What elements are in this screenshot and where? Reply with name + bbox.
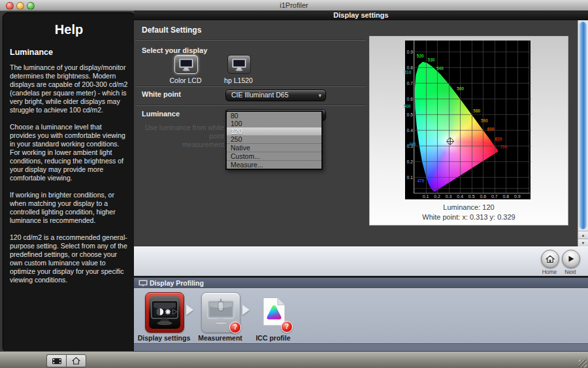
page-title: Display settings bbox=[134, 10, 588, 20]
wavelength-label: 490 bbox=[409, 142, 416, 146]
x-tick: 0.3 bbox=[446, 194, 452, 199]
white-point-marker bbox=[447, 138, 453, 144]
step-label-icc-profile: ICC profile bbox=[255, 334, 290, 342]
luminance-label: Luminance bbox=[142, 110, 180, 118]
x-tick: 0.8 bbox=[502, 194, 509, 199]
step-label-measurement: Measurement bbox=[198, 334, 242, 342]
divider bbox=[135, 105, 366, 106]
chevron-down-icon: ▾ bbox=[318, 91, 321, 101]
wavelength-label: 470 bbox=[417, 178, 424, 183]
workflow-step-icc-profile[interactable]: ? bbox=[255, 292, 291, 331]
hint-line: measurement bbox=[182, 141, 224, 148]
nav-bar: Home Next bbox=[134, 246, 588, 276]
menu-item-native[interactable]: Native bbox=[227, 144, 321, 152]
window-title: i1Profiler bbox=[0, 1, 588, 9]
default-settings-heading: Default Settings bbox=[142, 25, 201, 35]
step-label-display-settings: Display settings bbox=[138, 334, 191, 342]
status-bar bbox=[0, 351, 588, 368]
home-icon bbox=[72, 357, 80, 365]
menu-item-100[interactable]: 100 bbox=[227, 120, 321, 127]
y-tick: 0.1 bbox=[406, 175, 413, 180]
monitor-icon bbox=[178, 58, 194, 71]
plot-grid bbox=[414, 41, 531, 193]
view-toggle-group bbox=[46, 354, 86, 367]
next-button[interactable] bbox=[562, 250, 580, 268]
workflow-step-display-settings[interactable] bbox=[145, 292, 184, 333]
step-arrow-icon bbox=[242, 305, 250, 315]
menu-item-120[interactable]: 120 bbox=[227, 127, 321, 135]
x-tick: 0.5 bbox=[468, 194, 475, 199]
x-tick: 0.9 bbox=[514, 194, 521, 199]
menu-item-250[interactable]: 250 bbox=[227, 135, 321, 144]
workflow-header: Display Profiling bbox=[134, 278, 588, 289]
monitor-icon bbox=[139, 280, 148, 287]
workflow-title: Display Profiling bbox=[150, 279, 204, 287]
wavelength-label: 590 bbox=[481, 118, 488, 123]
workflow-step-measurement[interactable]: ? bbox=[201, 292, 240, 333]
home-icon bbox=[546, 255, 555, 263]
display-button-color-lcd[interactable] bbox=[174, 55, 198, 74]
fullscreen-toggle-button[interactable] bbox=[46, 354, 66, 367]
chromaticity-card: 0.9 0.8 0.7 0.6 0.5 0.4 0.3 0.2 0.1 0.1 … bbox=[369, 36, 568, 226]
help-paragraph: Choose a luminance level that provides y… bbox=[10, 123, 128, 182]
white-point-value: CIE Illuminant D65 bbox=[231, 90, 289, 100]
titlebar: i1Profiler bbox=[0, 0, 588, 11]
wavelength-label: 700 bbox=[500, 144, 507, 148]
hint-line: Use luminance from white point bbox=[145, 124, 224, 140]
luminance-menu: 80 100 120 250 Native Custom... Measure.… bbox=[225, 110, 323, 170]
help-paragraph: 120 cd/m2 is a recommended general-purpo… bbox=[10, 233, 128, 284]
fullscreen-icon bbox=[52, 358, 62, 365]
luminance-caption: Luminance: 120 bbox=[369, 203, 568, 211]
x-tick: 0.6 bbox=[480, 194, 486, 199]
help-panel: Help Luminance The luminance of your dis… bbox=[3, 12, 135, 352]
display-name-label: Color LCD bbox=[169, 76, 201, 84]
y-tick: 0.8 bbox=[406, 65, 413, 69]
resize-grip[interactable] bbox=[579, 360, 587, 367]
menu-item-measure[interactable]: Measure... bbox=[227, 161, 321, 169]
chromaticity-plot: 0.9 0.8 0.7 0.6 0.5 0.4 0.3 0.2 0.1 0.1 … bbox=[405, 41, 531, 199]
white-point-caption: White point: x: 0.313 y: 0.329 bbox=[369, 213, 568, 221]
help-title: Help bbox=[3, 22, 135, 37]
y-tick: 0.5 bbox=[406, 112, 413, 117]
wavelength-label: 510 bbox=[404, 69, 412, 74]
wavelength-label: 530 bbox=[428, 58, 435, 62]
home-view-button[interactable] bbox=[66, 354, 86, 367]
question-badge: ? bbox=[281, 321, 293, 333]
menu-item-80[interactable]: 80 bbox=[227, 112, 321, 120]
white-point-dropdown[interactable]: CIE Illuminant D65 ▾ bbox=[225, 90, 326, 101]
wavelength-label: 580 bbox=[473, 109, 480, 113]
help-section-title: Luminance bbox=[10, 48, 128, 57]
divider bbox=[135, 86, 366, 87]
x-tick: 0.1 bbox=[423, 194, 429, 199]
divider bbox=[135, 40, 366, 41]
y-tick: 0.6 bbox=[406, 96, 413, 101]
home-button[interactable] bbox=[541, 250, 559, 268]
select-display-label: Select your display bbox=[142, 46, 207, 54]
next-button-label: Next bbox=[564, 269, 576, 275]
wavelength-label: 520 bbox=[417, 54, 424, 58]
step-arrow-icon bbox=[186, 305, 193, 315]
display-name-label: hp L1520 bbox=[224, 76, 253, 84]
y-tick: 0.9 bbox=[406, 49, 413, 54]
white-point-label: White point bbox=[142, 90, 181, 98]
wavelength-label: 560 bbox=[457, 86, 464, 91]
wavelength-label: 620 bbox=[495, 137, 502, 141]
workflow-steps: ? ? Display settings bbox=[134, 288, 588, 343]
wavelength-label: 600 bbox=[487, 127, 495, 131]
app-window: i1Profiler Help Luminance The luminance … bbox=[0, 0, 588, 368]
y-tick: 0.4 bbox=[406, 128, 413, 133]
display-settings-icon bbox=[149, 296, 180, 329]
monitor-icon bbox=[231, 58, 247, 71]
scrollbar-thumb[interactable] bbox=[579, 22, 587, 229]
settings-pane: Default Settings Select your display Col… bbox=[134, 20, 578, 246]
scrollbar: ▲ ▼ bbox=[578, 20, 588, 246]
wavelength-label: 500 bbox=[404, 104, 411, 109]
y-tick: 0.7 bbox=[406, 80, 413, 85]
y-tick: 0.2 bbox=[406, 159, 413, 164]
display-button-hp-l1520[interactable] bbox=[227, 55, 251, 74]
plot-area: 0.9 0.8 0.7 0.6 0.5 0.4 0.3 0.2 0.1 0.1 … bbox=[414, 41, 531, 193]
help-paragraph: If working in brighter conditions, or wh… bbox=[10, 191, 128, 225]
x-tick: 0.7 bbox=[491, 194, 498, 199]
x-tick: 0.2 bbox=[434, 194, 440, 199]
menu-item-custom[interactable]: Custom... bbox=[227, 152, 321, 161]
